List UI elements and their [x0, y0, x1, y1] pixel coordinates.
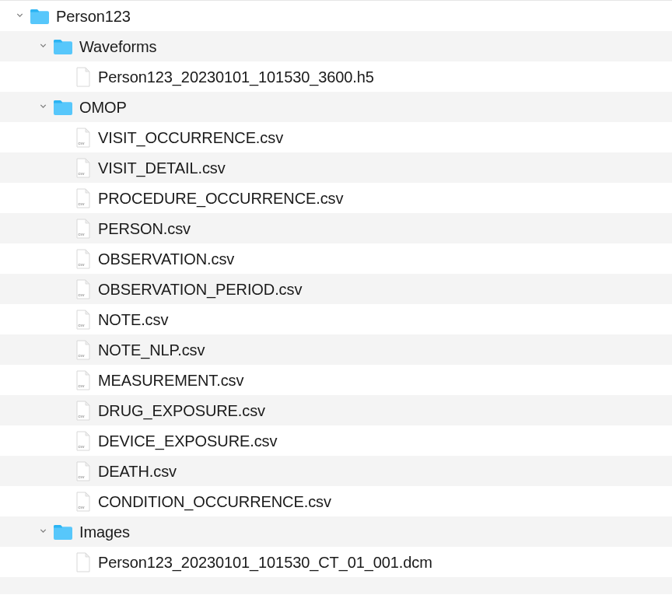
file-label: PROCEDURE_OCCURRENCE.csv: [98, 191, 343, 206]
svg-text:csv: csv: [79, 233, 86, 236]
file-label: DRUG_EXPOSURE.csv: [98, 403, 265, 418]
file-label: NOTE_NLP.csv: [98, 342, 205, 358]
file-label: Person123_20230101_101530_3600.h5: [98, 69, 374, 85]
file-row[interactable]: csv VISIT_DETAIL.csv: [0, 152, 672, 183]
folder-icon: [53, 99, 73, 116]
folder-label: Person123: [56, 9, 131, 24]
file-tree: Person123 Waveforms Person123_20230101_1…: [0, 0, 672, 594]
file-label: CONDITION_OCCURRENCE.csv: [98, 494, 331, 509]
svg-text:csv: csv: [79, 293, 86, 297]
svg-text:csv: csv: [79, 475, 86, 479]
chevron-down-icon[interactable]: [36, 40, 50, 54]
file-label: DEATH.csv: [98, 464, 177, 479]
file-row[interactable]: csv OBSERVATION_PERIOD.csv: [0, 274, 672, 304]
file-row[interactable]: csv DEATH.csv: [0, 456, 672, 486]
folder-icon: [53, 38, 73, 55]
folder-label: OMOP: [79, 100, 127, 115]
csv-file-icon: csv: [75, 401, 92, 421]
folder-label: Waveforms: [79, 39, 156, 54]
file-row[interactable]: csv CONDITION_OCCURRENCE.csv: [0, 486, 672, 516]
file-label: OBSERVATION_PERIOD.csv: [98, 282, 302, 297]
csv-file-icon: csv: [75, 249, 92, 269]
file-label: MEASUREMENT.csv: [98, 373, 243, 388]
chevron-down-icon[interactable]: [12, 9, 26, 23]
file-label: VISIT_DETAIL.csv: [98, 160, 226, 176]
csv-file-icon: csv: [75, 431, 92, 451]
file-row[interactable]: csv NOTE.csv: [0, 304, 672, 334]
file-row[interactable]: csv MEASUREMENT.csv: [0, 365, 672, 395]
file-label: Person123_20230101_101530_CT_01_001.dcm: [98, 555, 432, 570]
folder-row[interactable]: OMOP: [0, 92, 672, 122]
file-row[interactable]: csv DEVICE_EXPOSURE.csv: [0, 425, 672, 456]
file-label: NOTE.csv: [98, 312, 168, 327]
svg-text:csv: csv: [79, 172, 86, 176]
folder-icon: [30, 8, 50, 25]
csv-file-icon: csv: [75, 279, 92, 299]
folder-row[interactable]: Waveforms: [0, 31, 672, 61]
csv-file-icon: csv: [75, 188, 92, 208]
file-row[interactable]: csv NOTE_NLP.csv: [0, 334, 672, 365]
folder-icon: [53, 523, 73, 541]
csv-file-icon: csv: [75, 370, 92, 390]
csv-file-icon: csv: [75, 461, 92, 481]
svg-text:csv: csv: [79, 415, 86, 418]
csv-file-icon: csv: [75, 158, 92, 178]
file-row[interactable]: csv PROCEDURE_OCCURRENCE.csv: [0, 183, 672, 213]
chevron-down-icon[interactable]: [36, 100, 50, 114]
file-row[interactable]: csv PERSON.csv: [0, 213, 672, 243]
folder-row[interactable]: Person123: [0, 1, 672, 31]
svg-text:csv: csv: [79, 142, 86, 145]
csv-file-icon: csv: [75, 128, 92, 148]
file-row[interactable]: Person123_20230101_101530_CT_01_001.dcm: [0, 547, 672, 577]
file-label: OBSERVATION.csv: [98, 251, 234, 267]
csv-file-icon: csv: [75, 310, 92, 330]
file-row[interactable]: Person123_20230101_101530_3600.h5: [0, 61, 672, 92]
file-label: VISIT_OCCURRENCE.csv: [98, 130, 283, 145]
file-row[interactable]: csv VISIT_OCCURRENCE.csv: [0, 122, 672, 152]
file-row[interactable]: csv DRUG_EXPOSURE.csv: [0, 395, 672, 425]
svg-text:csv: csv: [79, 324, 86, 327]
file-label: DEVICE_EXPOSURE.csv: [98, 433, 277, 449]
csv-file-icon: csv: [75, 219, 92, 239]
svg-text:csv: csv: [79, 263, 86, 267]
svg-text:csv: csv: [79, 506, 86, 509]
empty-row: [0, 577, 672, 594]
folder-label: Images: [79, 524, 130, 540]
h5-file-icon: [75, 67, 92, 87]
csv-file-icon: csv: [75, 492, 92, 512]
chevron-down-icon[interactable]: [36, 525, 50, 539]
file-row[interactable]: csv OBSERVATION.csv: [0, 243, 672, 274]
svg-text:csv: csv: [79, 202, 86, 206]
svg-text:csv: csv: [79, 384, 86, 388]
file-label: PERSON.csv: [98, 221, 191, 236]
svg-text:csv: csv: [79, 445, 86, 449]
svg-text:csv: csv: [79, 354, 86, 358]
dcm-file-icon: [75, 552, 92, 572]
csv-file-icon: csv: [75, 340, 92, 360]
folder-row[interactable]: Images: [0, 516, 672, 547]
